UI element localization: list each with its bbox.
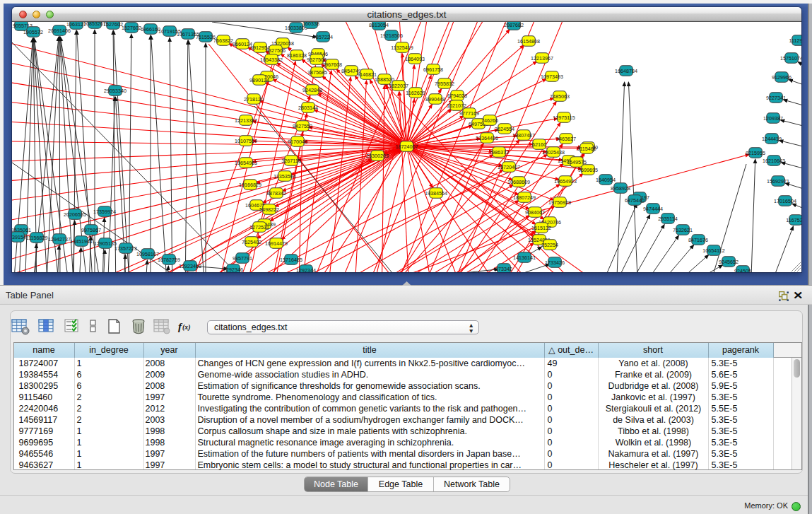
svg-text:7955812: 7955812	[435, 81, 454, 87]
svg-text:1527602: 1527602	[122, 25, 141, 31]
svg-text:939154: 939154	[12, 234, 26, 240]
svg-text:(x): (x)	[182, 323, 191, 332]
svg-text:7857224: 7857224	[313, 34, 333, 40]
svg-text:3624554: 3624554	[495, 126, 514, 132]
svg-text:7632621: 7632621	[673, 227, 693, 233]
svg-text:8471676: 8471676	[688, 237, 708, 243]
svg-text:9777169: 9777169	[459, 110, 479, 117]
svg-text:20206535: 20206535	[64, 211, 86, 218]
svg-text:12975115: 12975115	[553, 115, 575, 121]
svg-text:9857791: 9857791	[233, 255, 252, 262]
svg-text:8958928: 8958928	[611, 185, 630, 192]
svg-text:6966160: 6966160	[141, 26, 160, 33]
svg-text:1733426: 1733426	[545, 259, 565, 266]
svg-text:160338: 160338	[302, 22, 319, 27]
svg-text:19218506: 19218506	[380, 33, 403, 39]
svg-text:1292344: 1292344	[296, 267, 316, 273]
svg-text:11325419: 11325419	[391, 45, 413, 51]
svg-text:1292346: 1292346	[223, 267, 243, 273]
svg-text:15716485: 15716485	[280, 257, 302, 263]
svg-text:9327506: 9327506	[266, 47, 286, 54]
svg-text:5498222: 5498222	[259, 206, 279, 213]
svg-text:6170046: 6170046	[288, 139, 307, 145]
svg-text:7515526: 7515526	[196, 34, 216, 40]
svg-text:18724007: 18724007	[396, 144, 418, 150]
svg-text:10807487: 10807487	[512, 132, 535, 139]
svg-text:11353594: 11353594	[273, 173, 295, 180]
svg-text:12923468: 12923468	[179, 263, 201, 269]
svg-text:8186328: 8186328	[287, 52, 307, 59]
svg-text:8813054: 8813054	[369, 22, 389, 28]
svg-text:10025438: 10025438	[542, 149, 565, 156]
svg-text:1167534: 1167534	[786, 217, 801, 223]
svg-text:8990448: 8990448	[425, 96, 445, 103]
svg-text:1272531: 1272531	[249, 224, 269, 230]
svg-text:20691406: 20691406	[48, 28, 71, 34]
svg-text:19166829: 19166829	[239, 182, 261, 188]
svg-text:9129966: 9129966	[772, 74, 792, 81]
svg-text:9245652: 9245652	[719, 259, 739, 265]
svg-text:7485063: 7485063	[550, 93, 570, 100]
svg-text:9699695: 9699695	[578, 167, 598, 173]
svg-text:62160: 62160	[532, 141, 546, 148]
svg-text:13451941: 13451941	[70, 238, 93, 245]
svg-text:2087682: 2087682	[504, 22, 524, 28]
svg-text:10958107: 10958107	[136, 251, 159, 257]
svg-text:12942737: 12942737	[48, 236, 71, 243]
svg-text:1615132: 1615132	[531, 225, 551, 231]
svg-text:14136141: 14136141	[513, 255, 536, 261]
svg-text:16782759: 16782759	[158, 257, 180, 263]
svg-text:9115460: 9115460	[577, 146, 596, 152]
svg-text:1209387: 1209387	[763, 115, 783, 122]
svg-text:7986372: 7986372	[489, 149, 509, 156]
svg-text:16154808: 16154808	[517, 38, 540, 45]
svg-text:3267110: 3267110	[281, 158, 300, 164]
svg-text:16914479: 16914479	[265, 240, 288, 247]
svg-text:252254: 252254	[541, 242, 558, 248]
svg-text:15751074: 15751074	[780, 55, 801, 62]
svg-text:9146821: 9146821	[357, 71, 377, 78]
svg-text:2718120: 2718120	[244, 96, 264, 103]
svg-text:173342: 173342	[495, 266, 512, 272]
svg-text:16648784: 16648784	[615, 68, 637, 74]
svg-text:1162629: 1162629	[406, 90, 425, 96]
svg-text:16543382: 16543382	[260, 57, 283, 63]
svg-text:6961758: 6961758	[423, 66, 443, 73]
svg-text:9084067: 9084067	[525, 209, 545, 216]
svg-text:8215955: 8215955	[746, 150, 765, 156]
svg-text:19654983: 19654983	[235, 160, 257, 166]
svg-text:1640954: 1640954	[596, 177, 616, 183]
svg-text:746266: 746266	[481, 117, 498, 124]
svg-text:15692971: 15692971	[767, 178, 789, 185]
svg-text:19654923: 19654923	[554, 178, 577, 185]
svg-text:1588520: 1588520	[375, 76, 394, 83]
svg-text:924505: 924505	[734, 268, 751, 273]
svg-text:9890124: 9890124	[249, 77, 269, 83]
svg-text:17359924: 17359924	[93, 209, 116, 215]
svg-text:2803144: 2803144	[298, 105, 318, 111]
svg-text:8878342: 8878342	[266, 190, 286, 197]
svg-text:1905572: 1905572	[23, 29, 43, 35]
svg-text:1864093: 1864093	[405, 56, 425, 62]
svg-text:7625402: 7625402	[242, 239, 261, 245]
svg-text:9975867: 9975867	[81, 227, 101, 233]
svg-text:10654112: 10654112	[702, 247, 724, 254]
svg-text:21364436: 21364436	[476, 135, 498, 141]
svg-text:16210643: 16210643	[763, 158, 785, 164]
svg-text:11156829: 11156829	[26, 235, 48, 241]
svg-text:1621072: 1621072	[447, 103, 466, 109]
svg-text:8427552: 8427552	[293, 123, 312, 129]
svg-text:10107554: 10107554	[235, 138, 257, 144]
svg-text:10973493: 10973493	[541, 74, 563, 80]
svg-text:1112903: 1112903	[789, 37, 801, 44]
svg-text:15720407: 15720407	[498, 164, 520, 170]
svg-text:19384554: 19384554	[425, 190, 447, 197]
svg-text:2935114: 2935114	[658, 216, 677, 222]
svg-text:9474444: 9474444	[643, 206, 663, 212]
svg-text:12213967: 12213967	[531, 55, 553, 62]
svg-text:6875440: 6875440	[625, 197, 645, 204]
svg-text:8660124: 8660124	[233, 41, 252, 47]
svg-text:7663822: 7663822	[213, 37, 233, 44]
svg-text:1527602: 1527602	[103, 22, 123, 28]
svg-text:12905135: 12905135	[94, 240, 117, 247]
